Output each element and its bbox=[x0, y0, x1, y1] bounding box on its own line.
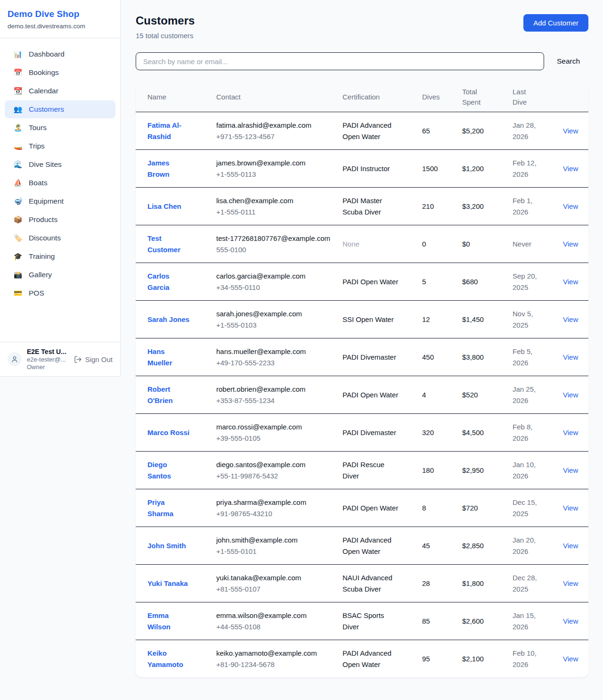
customer-certification: BSAC Sports Diver bbox=[342, 610, 422, 632]
customer-name-link[interactable]: Lisa Chen bbox=[147, 202, 181, 210]
customer-name-link[interactable]: Hans Mueller bbox=[147, 347, 172, 366]
credit-card-icon: 💳 bbox=[13, 289, 23, 297]
view-customer-link[interactable]: View bbox=[563, 127, 578, 135]
sidebar-item-dive-sites[interactable]: 🌊 Dive Sites bbox=[5, 156, 115, 173]
customer-phone: +1-555-0103 bbox=[216, 320, 335, 330]
view-customer-link[interactable]: View bbox=[563, 542, 578, 550]
customer-name-link[interactable]: Emma Wilson bbox=[147, 611, 171, 630]
customer-phone: +91-98765-43210 bbox=[216, 508, 335, 519]
sidebar-item-calendar[interactable]: 📆 Calendar bbox=[5, 82, 115, 100]
island-icon: 🏝️ bbox=[13, 124, 23, 132]
customer-last-dive: Dec 28, 2025 bbox=[513, 572, 563, 594]
customer-contact: keiko.yamamoto@example.com +81-90-1234-5… bbox=[216, 648, 342, 670]
customer-phone: +81-90-1234-5678 bbox=[216, 659, 335, 670]
view-customer-link[interactable]: View bbox=[563, 504, 578, 512]
customer-name-link[interactable]: Carlos Garcia bbox=[147, 272, 170, 291]
view-customer-link[interactable]: View bbox=[563, 655, 578, 663]
customer-name-link[interactable]: James Brown bbox=[147, 159, 170, 178]
view-customer-link[interactable]: View bbox=[563, 353, 578, 361]
customer-phone: +353-87-555-1234 bbox=[216, 395, 335, 406]
sidebar-item-customers[interactable]: 👥 Customers bbox=[5, 100, 115, 118]
add-customer-button[interactable]: Add Customer bbox=[523, 14, 588, 32]
customer-email: lisa.chen@example.com bbox=[216, 195, 335, 206]
customer-name-link[interactable]: John Smith bbox=[147, 542, 186, 550]
customer-last-dive: Never bbox=[513, 239, 563, 249]
view-customer-link[interactable]: View bbox=[563, 579, 578, 587]
sign-out-button[interactable]: Sign Out bbox=[74, 355, 113, 363]
tear-off-calendar-icon: 📆 bbox=[13, 87, 23, 95]
main-content: Customers 15 total customers Add Custome… bbox=[121, 0, 603, 677]
sidebar-item-equipment[interactable]: 🤿 Equipment bbox=[5, 192, 115, 210]
customer-dives: 28 bbox=[422, 578, 462, 589]
view-customer-link[interactable]: View bbox=[563, 466, 578, 474]
sidebar-item-training[interactable]: 🎓 Training bbox=[5, 247, 115, 265]
customer-name-link[interactable]: Diego Santos bbox=[147, 461, 171, 479]
table-row: Fatima Al-Rashid fatima.alrashid@example… bbox=[136, 112, 588, 149]
table-row: Test Customer test-1772681807767@example… bbox=[136, 225, 588, 263]
table-row: Yuki Tanaka yuki.tanaka@example.com +81-… bbox=[136, 564, 588, 602]
shop-domain: demo.test.divestreams.com bbox=[8, 23, 111, 30]
customer-phone: +44-555-0108 bbox=[216, 621, 335, 632]
customer-contact: fatima.alrashid@example.com +971-55-123-… bbox=[216, 120, 342, 142]
column-header-name: Name bbox=[147, 92, 216, 102]
table-row: James Brown james.brown@example.com +1-5… bbox=[136, 149, 588, 187]
sidebar-item-discounts[interactable]: 🏷️ Discounts bbox=[5, 229, 115, 247]
sidebar-item-boats[interactable]: ⛵ Boats bbox=[5, 174, 115, 192]
customer-total-spent: $5,200 bbox=[462, 125, 513, 136]
column-header-certification: Certification bbox=[342, 92, 422, 102]
customer-total-spent: $680 bbox=[462, 276, 513, 287]
sidebar-item-label: Dive Sites bbox=[29, 160, 62, 169]
view-customer-link[interactable]: View bbox=[563, 428, 578, 436]
customer-email: marco.rossi@example.com bbox=[216, 421, 335, 432]
view-customer-link[interactable]: View bbox=[563, 202, 578, 210]
customer-name-link[interactable]: Yuki Tanaka bbox=[147, 579, 188, 587]
view-customer-link[interactable]: View bbox=[563, 315, 578, 323]
sidebar-item-dashboard[interactable]: 📊 Dashboard bbox=[5, 45, 115, 63]
customer-email: james.brown@example.com bbox=[216, 157, 335, 168]
customer-email: sarah.jones@example.com bbox=[216, 308, 335, 319]
customer-total-spent: $520 bbox=[462, 389, 513, 400]
customer-contact: sarah.jones@example.com +1-555-0103 bbox=[216, 308, 342, 330]
view-customer-link[interactable]: View bbox=[563, 165, 578, 173]
customer-phone: +971-55-123-4567 bbox=[216, 131, 335, 142]
sidebar-item-label: Dashboard bbox=[29, 50, 65, 58]
view-customer-link[interactable]: View bbox=[563, 278, 578, 286]
column-header-total-spent: Total Spent bbox=[462, 87, 489, 107]
table-row: Diego Santos diego.santos@example.com +5… bbox=[136, 451, 588, 489]
avatar bbox=[8, 352, 22, 366]
customer-dives: 65 bbox=[422, 125, 462, 136]
sidebar-item-pos[interactable]: 💳 POS bbox=[5, 284, 115, 302]
user-role: Owner bbox=[27, 363, 66, 371]
customer-total-spent: $2,600 bbox=[462, 616, 513, 626]
customer-certification: PADI Advanced Open Water bbox=[342, 648, 422, 670]
customer-name-link[interactable]: Robert O'Brien bbox=[147, 385, 173, 404]
sign-out-icon bbox=[74, 355, 82, 363]
search-button[interactable]: Search bbox=[557, 57, 580, 66]
customer-name-link[interactable]: Sarah Jones bbox=[147, 315, 189, 323]
table-row: Sarah Jones sarah.jones@example.com +1-5… bbox=[136, 300, 588, 338]
sidebar-item-gallery[interactable]: 📸 Gallery bbox=[5, 266, 115, 284]
view-customer-link[interactable]: View bbox=[563, 617, 578, 625]
customer-name-link[interactable]: Priya Sharma bbox=[147, 498, 173, 517]
table-row: Keiko Yamamoto keiko.yamamoto@example.co… bbox=[136, 640, 588, 677]
customer-last-dive: Dec 15, 2025 bbox=[513, 497, 563, 519]
customer-name-link[interactable]: Fatima Al-Rashid bbox=[147, 121, 181, 140]
customer-last-dive: Sep 20, 2025 bbox=[513, 271, 563, 293]
customer-certification: PADI Advanced Open Water bbox=[342, 535, 422, 557]
search-input[interactable] bbox=[136, 52, 544, 70]
customer-contact: priya.sharma@example.com +91-98765-43210 bbox=[216, 497, 342, 519]
customer-name-link[interactable]: Marco Rossi bbox=[147, 428, 189, 436]
customer-name-link[interactable]: Test Customer bbox=[147, 234, 180, 253]
sidebar-item-label: Gallery bbox=[29, 271, 52, 279]
customer-dives: 1500 bbox=[422, 163, 462, 174]
view-customer-link[interactable]: View bbox=[563, 391, 578, 399]
sidebar-item-trips[interactable]: 🚤 Trips bbox=[5, 137, 115, 155]
sidebar-item-products[interactable]: 📦 Products bbox=[5, 211, 115, 229]
customer-name-link[interactable]: Keiko Yamamoto bbox=[147, 649, 183, 668]
sidebar-item-tours[interactable]: 🏝️ Tours bbox=[5, 119, 115, 137]
view-customer-link[interactable]: View bbox=[563, 240, 578, 248]
table-row: Marco Rossi marco.rossi@example.com +39-… bbox=[136, 413, 588, 451]
customer-total-spent: $720 bbox=[462, 502, 513, 513]
table-row: John Smith john.smith@example.com +1-555… bbox=[136, 527, 588, 564]
sidebar-item-bookings[interactable]: 📅 Bookings bbox=[5, 64, 115, 82]
